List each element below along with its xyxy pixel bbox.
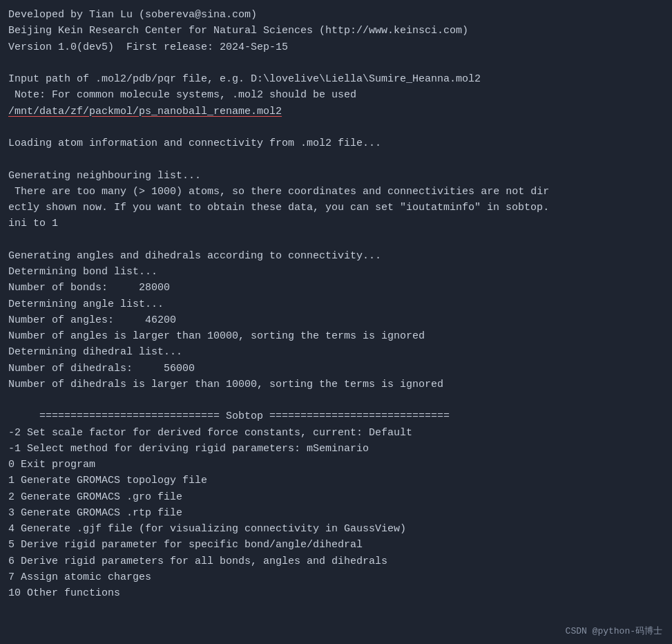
line14: Number of bonds: 28000 [8,280,664,296]
line4: Input path of .mol2/pdb/pqr file, e.g. D… [8,71,664,87]
line12: Generating angles and dihedrals accordin… [8,248,664,264]
line27: 3 Generate GROMACS .rtp file [8,505,664,521]
terminal-window: Developed by Tian Lu (sobereva@sina.com)… [0,0,672,644]
line25: 1 Generate GROMACS topology file [8,473,664,489]
line18: Determining dihedral list... [8,344,664,360]
line15: Determining angle list... [8,296,664,312]
line29: 5 Derive rigid parameter for specific bo… [8,537,664,553]
line20: Number of dihedrals is larger than 10000… [8,377,664,392]
line17: Number of angles is larger than 10000, s… [8,328,664,344]
line31: 7 Assign atomic charges [8,569,664,585]
terminal-content: Developed by Tian Lu (sobereva@sina.com)… [8,7,664,601]
blank-line [8,392,664,408]
line10: ectly shown now. If you want to obtain t… [8,200,664,216]
line32: 10 Other functions [8,585,664,601]
input-path-line: /mnt/data/zf/packmol/ps_nanoball_rename.… [8,104,664,120]
line3: Version 1.0(dev5) First release: 2024-Se… [8,39,664,55]
blank-line [8,151,664,167]
line23: -1 Select method for deriving rigid para… [8,441,664,457]
blank-line [8,232,664,248]
line2: Beijing Kein Research Center for Natural… [8,23,664,39]
line7: Loading atom information and connectivit… [8,135,664,151]
line16: Number of angles: 46200 [8,312,664,328]
line13: Determining bond list... [8,264,664,280]
line9: There are too many (> 1000) atoms, so th… [8,184,664,200]
blank-line [8,55,664,71]
blank-line [8,120,664,135]
line19: Number of dihedrals: 56000 [8,361,664,377]
line21: ============================= Sobtop ===… [8,408,664,424]
line5: Note: For common molecule systems, .mol2… [8,87,664,103]
line28: 4 Generate .gjf file (for visualizing co… [8,521,664,537]
line22: -2 Set scale factor for derived force co… [8,425,664,441]
line30: 6 Derive rigid parameters for all bonds,… [8,553,664,569]
line26: 2 Generate GROMACS .gro file [8,489,664,505]
line1: Developed by Tian Lu (sobereva@sina.com) [8,7,664,23]
line24: 0 Exit program [8,457,664,473]
watermark: CSDN @python-码博士 [566,625,662,637]
line11: ini to 1 [8,216,664,231]
line8: Generating neighbouring list... [8,168,664,184]
